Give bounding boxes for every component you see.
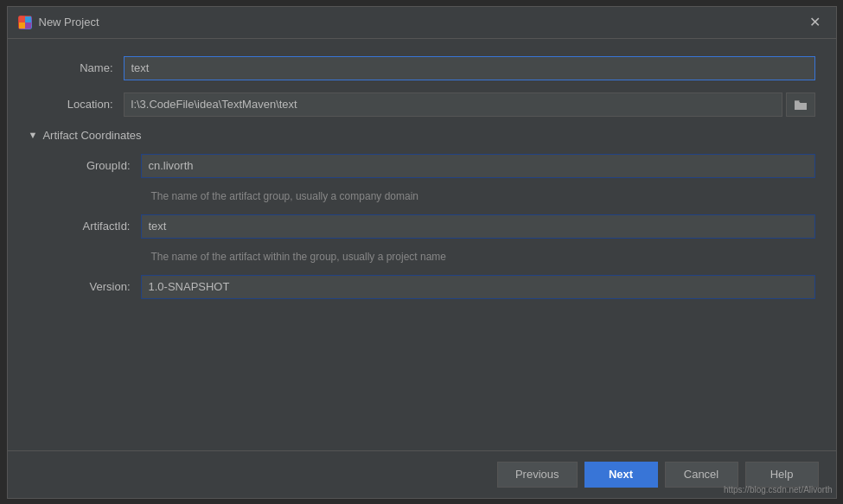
cancel-button[interactable]: Cancel [665,462,738,488]
dialog-footer: Previous Next Cancel Help [8,450,836,498]
artifact-coordinates-header: ▼ Artifact Coordinates [29,129,815,142]
name-label: Name: [29,61,124,74]
location-field-group [124,93,815,117]
version-row: Version: [46,275,815,299]
artifact-coordinates-title: Artifact Coordinates [42,129,141,142]
artifactid-row: ArtifactId: [46,214,815,239]
location-row: Location: [29,93,815,117]
collapse-triangle-icon[interactable]: ▼ [29,130,38,140]
app-icon [18,16,32,29]
new-project-dialog: New Project ✕ Name: Location: [7,6,837,499]
groupid-label: GroupId: [46,159,141,172]
artifactid-hint: The name of the artifact within the grou… [141,251,815,263]
browse-folder-button[interactable] [786,93,815,117]
version-input[interactable] [141,275,815,299]
svg-rect-2 [19,22,25,29]
artifactid-label: ArtifactId: [46,220,141,233]
artifact-form: GroupId: The name of the artifact group,… [29,154,815,299]
previous-button[interactable]: Previous [497,462,578,488]
svg-rect-0 [19,16,25,22]
version-label: Version: [46,280,141,293]
title-bar-left: New Project [18,16,99,29]
name-input[interactable] [124,56,815,80]
help-button[interactable]: Help [745,462,819,488]
groupid-row: GroupId: [46,154,815,178]
name-row: Name: [29,56,815,80]
artifactid-input[interactable] [141,214,815,239]
svg-rect-1 [25,16,31,22]
location-label: Location: [29,98,124,111]
dialog-content: Name: Location: ▼ Artifact Coordinates [8,39,836,450]
title-bar: New Project ✕ [8,7,836,39]
groupid-input[interactable] [141,154,815,178]
close-button[interactable]: ✕ [804,14,826,31]
location-input[interactable] [124,93,782,117]
groupid-hint: The name of the artifact group, usually … [141,190,815,202]
dialog-title: New Project [39,16,99,29]
svg-rect-3 [25,22,31,29]
next-button[interactable]: Next [584,462,658,488]
